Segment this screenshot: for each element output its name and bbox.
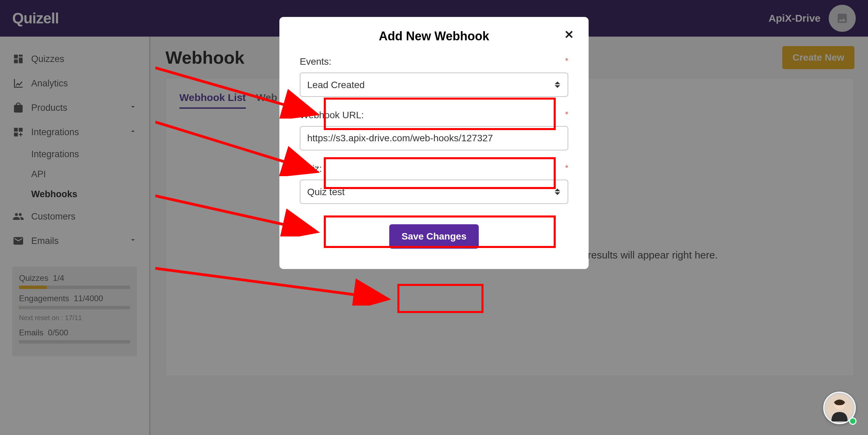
form-group-quiz: Quiz: * Quiz test (300, 163, 568, 204)
quiz-select[interactable]: Quiz test (300, 180, 568, 204)
form-group-webhook-url: Webhook URL: * (300, 110, 568, 150)
label-text: Webhook URL: (300, 110, 364, 120)
webhook-url-input[interactable] (300, 126, 568, 150)
required-star: * (565, 163, 568, 173)
events-label: Events: * (300, 56, 568, 67)
save-changes-button[interactable]: Save Changes (389, 224, 478, 249)
webhook-url-label: Webhook URL: * (300, 110, 568, 121)
events-select[interactable]: Lead Created (300, 72, 568, 97)
quiz-label: Quiz: * (300, 163, 568, 174)
close-icon[interactable]: ✕ (564, 28, 574, 41)
required-star: * (565, 110, 568, 119)
label-text: Quiz: (300, 163, 322, 174)
required-star: * (565, 56, 568, 66)
label-text: Events: (300, 56, 331, 67)
add-webhook-modal: Add New Webhook ✕ Events: * Lead Created… (279, 17, 589, 269)
person-icon (826, 394, 853, 421)
form-group-events: Events: * Lead Created (300, 56, 568, 97)
modal-title: Add New Webhook (300, 29, 568, 43)
status-online-dot (849, 417, 856, 425)
